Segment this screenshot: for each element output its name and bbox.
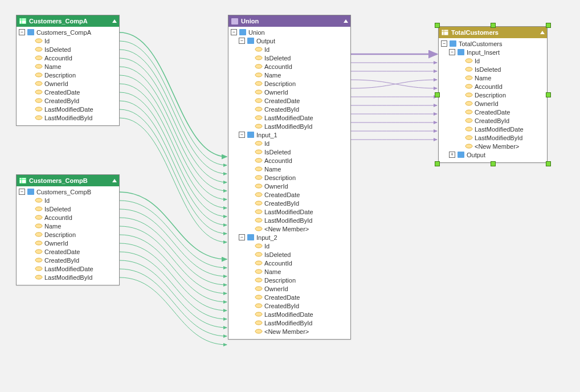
- toggle-icon[interactable]: [239, 132, 245, 138]
- field-row[interactable]: IsDeleted: [19, 45, 117, 54]
- field-row[interactable]: Name: [231, 165, 348, 173]
- field-row[interactable]: CreatedById: [19, 96, 117, 105]
- field-row[interactable]: LastModifiedDate: [231, 310, 348, 318]
- field-row[interactable]: LastModifiedDate: [19, 105, 117, 113]
- field-row[interactable]: Description: [231, 173, 348, 182]
- tree-root[interactable]: Customers_CompA: [19, 28, 117, 36]
- field-row[interactable]: LastModifiedDate: [441, 125, 545, 133]
- field-row[interactable]: Name: [231, 267, 348, 276]
- field-row[interactable]: <New Member>: [441, 142, 545, 150]
- toggle-icon[interactable]: [19, 29, 25, 35]
- field-row[interactable]: OwnerId: [231, 88, 348, 96]
- field-row[interactable]: CreatedById: [231, 199, 348, 207]
- group-row[interactable]: Input_Insert: [441, 48, 545, 56]
- field-row[interactable]: LastModifiedDate: [231, 113, 348, 122]
- field-row[interactable]: IsDeleted: [441, 65, 545, 74]
- field-row[interactable]: OwnerId: [231, 284, 348, 293]
- toggle-icon[interactable]: [231, 29, 237, 35]
- group-row[interactable]: Input_1: [231, 130, 348, 139]
- field-row[interactable]: CreatedDate: [231, 190, 348, 199]
- toggle-icon[interactable]: [239, 38, 245, 44]
- field-row[interactable]: LastModifiedById: [19, 273, 117, 281]
- field-row[interactable]: AccountId: [231, 259, 348, 267]
- field-row[interactable]: Description: [441, 91, 545, 99]
- toggle-icon[interactable]: [19, 189, 25, 195]
- tree-root[interactable]: TotalCustomers: [441, 39, 545, 48]
- field-row[interactable]: CreatedById: [231, 105, 348, 113]
- field-row[interactable]: LastModifiedById: [231, 318, 348, 327]
- diagram-canvas[interactable]: Customers_CompA Customers_CompA IdIsDele…: [0, 0, 580, 392]
- toggle-icon[interactable]: [239, 234, 245, 240]
- field-row[interactable]: Id: [19, 196, 117, 205]
- toggle-icon[interactable]: [449, 152, 455, 158]
- field-row[interactable]: CreatedDate: [19, 247, 117, 256]
- toggle-icon[interactable]: [441, 40, 447, 47]
- field-row[interactable]: AccountId: [231, 62, 348, 71]
- field-row[interactable]: LastModifiedById: [441, 133, 545, 142]
- collapse-icon[interactable]: [112, 19, 117, 23]
- field-row[interactable]: CreatedDate: [19, 88, 117, 96]
- field-row[interactable]: AccountId: [19, 54, 117, 62]
- collapse-icon[interactable]: [112, 179, 117, 182]
- selection-handle[interactable]: [546, 92, 551, 97]
- selection-handle[interactable]: [546, 23, 551, 28]
- field-row[interactable]: IsDeleted: [231, 148, 348, 156]
- group-row[interactable]: Output: [231, 36, 348, 45]
- field-row[interactable]: Name: [231, 71, 348, 79]
- node-total-customers[interactable]: TotalCustomers TotalCustomers Input_Inse…: [438, 26, 548, 163]
- node-header[interactable]: Customers_CompB: [17, 175, 119, 186]
- group-row[interactable]: Input_2: [231, 233, 348, 242]
- group-row[interactable]: Output: [441, 150, 545, 159]
- field-row[interactable]: OwnerId: [19, 79, 117, 88]
- field-row[interactable]: CreatedDate: [231, 293, 348, 301]
- node-header[interactable]: Customers_CompA: [17, 15, 119, 27]
- field-row[interactable]: Id: [231, 139, 348, 148]
- selection-handle[interactable]: [435, 92, 440, 97]
- node-customers-compb[interactable]: Customers_CompB Customers_CompB IdIsDele…: [16, 174, 120, 285]
- node-customers-compa[interactable]: Customers_CompA Customers_CompA IdIsDele…: [16, 15, 120, 126]
- field-row[interactable]: Id: [231, 45, 348, 54]
- field-row[interactable]: Name: [19, 222, 117, 230]
- selection-handle[interactable]: [491, 23, 496, 28]
- field-row[interactable]: LastModifiedById: [231, 216, 348, 224]
- field-row[interactable]: Id: [19, 36, 117, 45]
- selection-handle[interactable]: [491, 161, 496, 166]
- field-row[interactable]: CreatedById: [441, 116, 545, 125]
- node-header[interactable]: Union: [228, 15, 350, 27]
- collapse-icon[interactable]: [540, 31, 545, 34]
- field-row[interactable]: AccountId: [231, 156, 348, 165]
- collapse-icon[interactable]: [344, 19, 348, 23]
- field-row[interactable]: CreatedById: [19, 256, 117, 264]
- field-row[interactable]: LastModifiedById: [231, 122, 348, 130]
- field-row[interactable]: OwnerId: [19, 239, 117, 247]
- field-row[interactable]: IsDeleted: [231, 54, 348, 62]
- field-row[interactable]: Name: [441, 74, 545, 82]
- field-row[interactable]: CreatedById: [231, 301, 348, 310]
- field-row[interactable]: LastModifiedById: [19, 113, 117, 122]
- tree-root[interactable]: Customers_CompB: [19, 187, 117, 196]
- field-row[interactable]: Id: [441, 56, 545, 65]
- field-row[interactable]: OwnerId: [441, 99, 545, 108]
- field-row[interactable]: Description: [19, 71, 117, 79]
- field-row[interactable]: <New Member>: [231, 224, 348, 233]
- field-row[interactable]: CreatedDate: [231, 96, 348, 105]
- node-union[interactable]: Union Union OutputIdIsDeletedAccountIdNa…: [228, 15, 351, 340]
- field-row[interactable]: Description: [231, 79, 348, 88]
- field-row[interactable]: Description: [19, 230, 117, 239]
- field-row[interactable]: Id: [231, 242, 348, 250]
- tree-root[interactable]: Union: [231, 28, 348, 36]
- field-row[interactable]: OwnerId: [231, 182, 348, 190]
- field-row[interactable]: IsDeleted: [231, 250, 348, 259]
- field-row[interactable]: LastModifiedDate: [19, 264, 117, 273]
- toggle-icon[interactable]: [449, 49, 455, 55]
- field-row[interactable]: LastModifiedDate: [231, 207, 348, 216]
- field-row[interactable]: AccountId: [19, 213, 117, 222]
- selection-handle[interactable]: [435, 23, 440, 28]
- field-row[interactable]: CreatedDate: [441, 108, 545, 116]
- field-row[interactable]: Description: [231, 276, 348, 284]
- field-row[interactable]: IsDeleted: [19, 205, 117, 213]
- field-row[interactable]: Name: [19, 62, 117, 71]
- node-header[interactable]: TotalCustomers: [439, 27, 547, 38]
- field-row[interactable]: AccountId: [441, 82, 545, 91]
- selection-handle[interactable]: [435, 161, 440, 166]
